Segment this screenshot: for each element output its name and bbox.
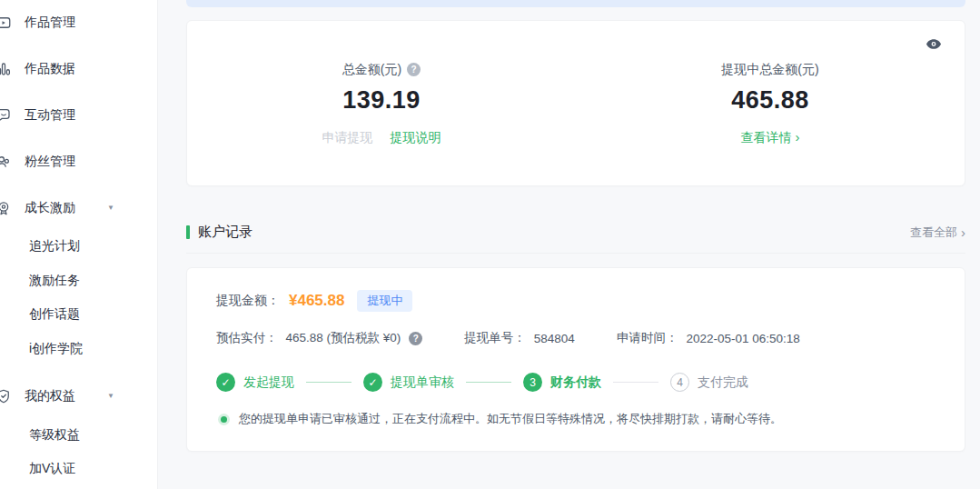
- chevron-right-icon: ›: [961, 225, 965, 239]
- withdrawing-amount-label: 提现中总金额(元): [721, 62, 818, 78]
- view-all-link[interactable]: 查看全部 ›: [910, 225, 965, 241]
- sidebar-item-label: i创作学院: [29, 341, 83, 357]
- apply-withdraw-button[interactable]: 申请提现: [322, 130, 373, 145]
- total-amount-value: 139.19: [187, 86, 576, 115]
- step-number: 4: [670, 373, 689, 392]
- view-details-link[interactable]: 查看详情 ›: [741, 130, 800, 145]
- fans-icon: [0, 154, 12, 170]
- step-withdrawal-review: ✓ 提现单审核: [363, 373, 454, 392]
- sidebar-item-works-data[interactable]: 作品数据: [0, 58, 157, 80]
- check-icon: ✓: [363, 373, 382, 392]
- sidebar-item-label: 成长激励: [25, 200, 75, 216]
- withdrawing-amount-block: 提现中总金额(元) 465.88 查看详情 ›: [576, 61, 965, 146]
- main-area: 总金额(元) ? 139.19 申请提现 提现说明 提现中总金额(元) 465.…: [158, 0, 980, 489]
- step-connector: [466, 382, 511, 384]
- sidebar-item-level-rights[interactable]: 等级权益: [0, 424, 157, 446]
- shield-check-icon: [0, 388, 12, 404]
- withdrawal-progress-steps: ✓ 发起提现 ✓ 提现单审核 3 财务付款 4 支付完成: [216, 373, 935, 392]
- step-connector: [613, 382, 658, 384]
- help-icon[interactable]: ?: [409, 332, 422, 345]
- sidebar-item-label: 互动管理: [25, 107, 75, 124]
- withdraw-instructions-link[interactable]: 提现说明: [390, 130, 441, 145]
- comment-smile-icon: [0, 107, 12, 124]
- section-accent-bar: [186, 225, 190, 239]
- sidebar-item-growth-incentive[interactable]: 成长激励 ▼: [0, 197, 157, 219]
- sidebar-item-label: 作品数据: [25, 61, 75, 77]
- chevron-down-icon[interactable]: ▼: [107, 205, 114, 212]
- bar-chart-icon: [0, 61, 12, 77]
- withdrawal-order-field: 提现单号： 584804: [464, 330, 575, 346]
- apply-time-value: 2022-05-01 06:50:18: [686, 332, 799, 345]
- play-square-icon: [0, 15, 12, 31]
- section-title: 账户记录: [198, 224, 252, 241]
- step-initiate-withdrawal: ✓ 发起提现: [216, 373, 294, 392]
- sidebar-item-label: 等级权益: [29, 427, 80, 444]
- sidebar-item-interaction-management[interactable]: 互动管理: [0, 105, 157, 126]
- chevron-right-icon: ›: [795, 129, 799, 145]
- withdrawal-record-card: 提现金额： ¥465.88 提现中 预估实付： 465.88 (预估税款 ¥0)…: [186, 267, 965, 452]
- account-records-header: 账户记录 查看全部 ›: [186, 224, 965, 254]
- sidebar-item-creation-topics[interactable]: 创作话题: [0, 304, 157, 325]
- estimated-payment-value: 465.88 (预估税款 ¥0): [286, 330, 401, 346]
- total-amount-block: 总金额(元) ? 139.19 申请提现 提现说明: [187, 61, 576, 146]
- sidebar-item-label: 追光计划: [29, 238, 80, 254]
- sidebar-item-label: 粉丝管理: [25, 154, 75, 170]
- apply-time-field: 申请时间： 2022-05-01 06:50:18: [617, 330, 800, 346]
- step-payment-complete: 4 支付完成: [670, 373, 748, 392]
- total-amount-label: 总金额(元): [342, 62, 401, 78]
- balance-summary-card: 总金额(元) ? 139.19 申请提现 提现说明 提现中总金额(元) 465.…: [186, 20, 965, 186]
- estimated-payment-field: 预估实付： 465.88 (预估税款 ¥0) ?: [216, 330, 422, 346]
- eye-icon[interactable]: [926, 39, 941, 49]
- step-connector: [306, 382, 351, 384]
- sidebar-item-incentive-tasks[interactable]: 激励任务: [0, 270, 157, 292]
- step-finance-payment: 3 财务付款: [523, 373, 601, 392]
- withdrawal-order-value: 584804: [534, 332, 575, 345]
- check-icon: ✓: [216, 373, 235, 392]
- withdrawing-amount-value: 465.88: [576, 86, 965, 115]
- medal-icon: [0, 200, 12, 216]
- status-message: 您的提现单申请已审核通过，正在支付流程中。如无节假日等特殊情况，将尽快排期打款，…: [239, 411, 782, 427]
- sidebar-item-v-certification[interactable]: 加V认证: [0, 458, 157, 480]
- sidebar-item-label: 创作话题: [29, 306, 80, 323]
- sidebar-item-works-management[interactable]: 作品管理: [0, 12, 157, 34]
- record-amount-row: 提现金额： ¥465.88 提现中: [216, 290, 935, 312]
- chevron-down-icon[interactable]: ▼: [107, 393, 114, 400]
- status-message-row: 您的提现单申请已审核通过，正在支付流程中。如无节假日等特殊情况，将尽快排期打款，…: [216, 411, 935, 427]
- top-notice-banner: [186, 0, 965, 7]
- step-number: 3: [523, 373, 542, 392]
- sidebar-item-fans-management[interactable]: 粉丝管理: [0, 151, 157, 173]
- sidebar-item-my-rights[interactable]: 我的权益 ▼: [0, 385, 157, 407]
- record-amount-label: 提现金额：: [216, 293, 280, 309]
- status-dot-icon: [221, 416, 227, 423]
- record-amount-value: ¥465.88: [289, 292, 344, 310]
- sidebar-item-creator-academy[interactable]: i创作学院: [0, 338, 157, 360]
- sidebar-item-label: 我的权益: [25, 388, 75, 404]
- record-fields-row: 预估实付： 465.88 (预估税款 ¥0) ? 提现单号： 584804 申请…: [216, 330, 935, 346]
- sidebar: 作品管理 作品数据 互动管理 粉丝管理 成长激励 ▼ 追光计划 激励任务 创作话…: [0, 0, 158, 489]
- status-badge: 提现中: [357, 290, 412, 312]
- help-icon[interactable]: ?: [407, 63, 421, 76]
- sidebar-item-label: 加V认证: [29, 461, 75, 477]
- sidebar-item-label: 激励任务: [29, 273, 80, 289]
- sidebar-item-chasing-light-plan[interactable]: 追光计划: [0, 235, 157, 257]
- sidebar-item-label: 作品管理: [25, 15, 75, 31]
